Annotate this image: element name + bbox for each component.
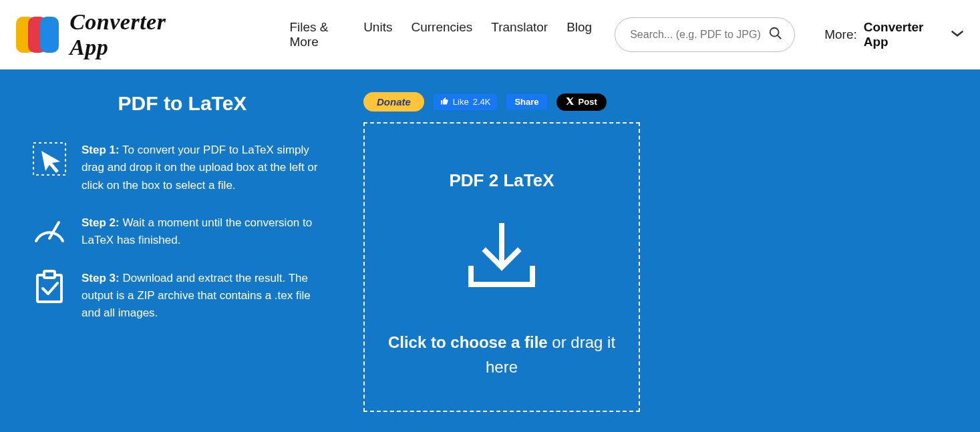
- step-text: Step 1: To convert your PDF to LaTeX sim…: [81, 142, 322, 194]
- svg-point-0: [770, 28, 779, 37]
- search-wrap: [615, 17, 795, 52]
- select-file-icon: [32, 142, 67, 176]
- svg-rect-4: [44, 271, 55, 278]
- nav-translator[interactable]: Translator: [491, 20, 548, 49]
- speed-icon: [32, 214, 67, 249]
- donate-button[interactable]: Donate: [363, 92, 424, 112]
- thumbs-up-icon: [440, 97, 449, 107]
- logo-icon: [16, 16, 63, 53]
- instructions-column: PDF to LaTeX Step 1: To convert your PDF…: [32, 92, 333, 412]
- dropzone-title: PDF 2 LaTeX: [449, 170, 554, 191]
- step-text: Step 2: Wait a moment until the conversi…: [81, 214, 322, 250]
- chevron-down-icon: [951, 29, 964, 41]
- step-3-label: Step 3:: [81, 272, 120, 284]
- dropzone-cta: Click to choose a file or drag it here: [365, 330, 639, 379]
- step-2: Step 2: Wait a moment until the conversi…: [32, 214, 333, 250]
- nav-files[interactable]: Files & More: [289, 20, 345, 49]
- search-icon[interactable]: [768, 26, 783, 43]
- download-icon: [462, 223, 542, 292]
- step-2-label: Step 2:: [81, 216, 120, 229]
- nav-units[interactable]: Units: [363, 20, 392, 49]
- file-dropzone[interactable]: PDF 2 LaTeX Click to choose a file or dr…: [363, 122, 640, 412]
- step-1: Step 1: To convert your PDF to LaTeX sim…: [32, 142, 333, 194]
- hero-section: PDF to LaTeX Step 1: To convert your PDF…: [0, 69, 980, 432]
- header: Converter App Files & More Units Currenc…: [0, 0, 980, 69]
- fb-like-button[interactable]: Like 2.4K: [434, 94, 498, 110]
- step-text: Step 3: Download and extract the result.…: [81, 270, 322, 322]
- main-nav: Files & More Units Currencies Translator…: [289, 20, 592, 49]
- dropzone-cta-strong: Click to choose a file: [388, 333, 548, 351]
- clipboard-check-icon: [32, 270, 67, 304]
- more-dropdown[interactable]: More: Converter App: [824, 20, 964, 49]
- like-label: Like: [453, 97, 469, 107]
- more-label: More:: [824, 27, 857, 42]
- nav-blog[interactable]: Blog: [566, 20, 592, 49]
- social-row: Donate Like 2.4K Share Post: [363, 92, 948, 112]
- fb-share-button[interactable]: Share: [506, 94, 546, 110]
- x-post-button[interactable]: Post: [556, 93, 607, 111]
- upload-column: Donate Like 2.4K Share Post PDF 2 LaTeX: [363, 92, 948, 412]
- page-title: PDF to LaTeX: [32, 92, 333, 115]
- logo-text: Converter App: [69, 9, 202, 60]
- like-count: 2.4K: [473, 97, 491, 107]
- step-1-label: Step 1:: [81, 144, 120, 156]
- svg-line-1: [778, 35, 781, 39]
- nav-currencies[interactable]: Currencies: [411, 20, 472, 49]
- logo[interactable]: Converter App: [16, 9, 202, 60]
- x-icon: [566, 97, 575, 107]
- step-3: Step 3: Download and extract the result.…: [32, 270, 333, 322]
- x-post-label: Post: [579, 97, 597, 107]
- more-value: Converter App: [864, 20, 944, 49]
